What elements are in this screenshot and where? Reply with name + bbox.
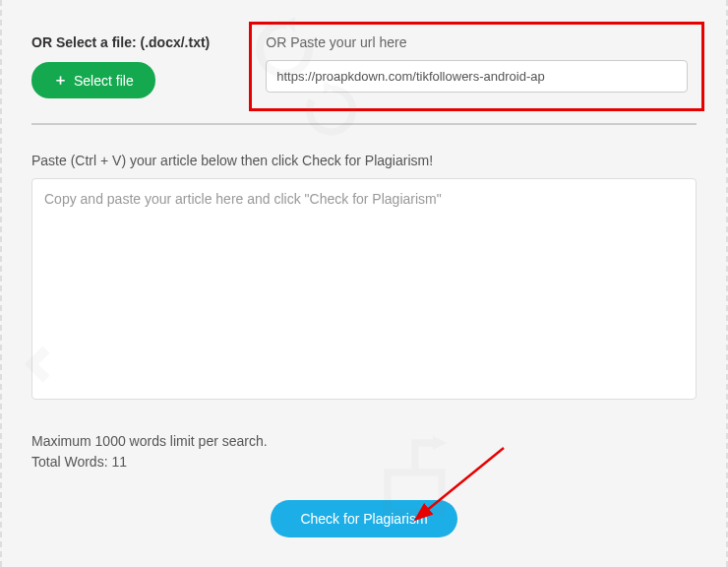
article-textarea[interactable] (31, 178, 697, 400)
total-words-text: Total Words: 11 (31, 452, 697, 472)
file-upload-section: OR Select a file: (.docx/.txt) ＋ Select … (31, 30, 210, 98)
select-file-button[interactable]: ＋ Select file (31, 62, 155, 98)
select-file-button-label: Select file (74, 73, 134, 89)
article-paste-label: Paste (Ctrl + V) your article below then… (31, 153, 697, 168)
check-plagiarism-button[interactable]: Check for Plagiarism (271, 500, 456, 537)
url-input[interactable] (266, 60, 688, 93)
plus-icon: ＋ (53, 71, 68, 90)
max-words-text: Maximum 1000 words limit per search. (31, 431, 697, 452)
section-divider (31, 123, 697, 125)
word-stats: Maximum 1000 words limit per search. Tot… (31, 431, 697, 472)
url-paste-label: OR Paste your url here (266, 34, 688, 50)
url-paste-section: OR Paste your url here (249, 22, 704, 111)
file-upload-label: OR Select a file: (.docx/.txt) (31, 34, 210, 50)
plagiarism-checker-panel: OR Select a file: (.docx/.txt) ＋ Select … (0, 0, 728, 567)
